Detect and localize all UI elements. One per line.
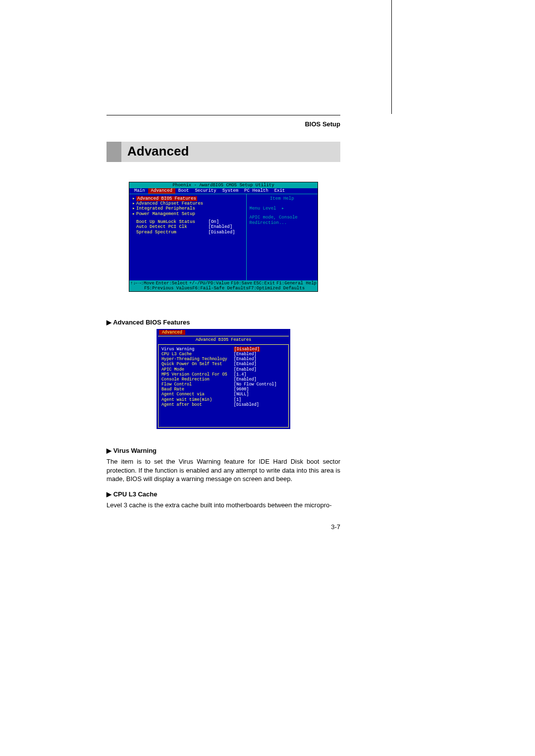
bios-utility-title: Phoenix - AwardBIOS CMOS Setup Utility	[129, 182, 318, 188]
page-title: Advanced	[121, 142, 340, 162]
bios-help-panel: Item Help Menu Level ▸ APIC mode, Consol…	[247, 194, 318, 280]
bios-left-panel: ▸Advanced BIOS Features ▸Advanced Chipse…	[129, 194, 247, 280]
section-heading-l3: ▶ CPU L3 Cache	[107, 490, 340, 498]
page-number: 3-7	[107, 523, 340, 531]
submenu-item[interactable]: ▸Advanced BIOS Features	[132, 196, 243, 201]
l3-cache-text: Level 3 cache is the extra cache built i…	[107, 501, 340, 510]
footer-hint: F10:Save	[231, 281, 252, 286]
footer-hint: ↑↓←→:Move	[130, 281, 155, 286]
content-area: BIOS Setup Advanced Phoenix - AwardBIOS …	[107, 115, 340, 523]
bios-menu-bar[interactable]: Main Advanced Boot Security System PC He…	[129, 188, 318, 193]
footer-hint: ESC:Exit	[254, 281, 275, 286]
bios-body: ▸Advanced BIOS Features ▸Advanced Chipse…	[129, 194, 318, 280]
setting-row[interactable]: MPS Version Control For OS[1.4]	[161, 372, 285, 377]
arrow-right-icon: ▶	[107, 490, 111, 498]
setting-row[interactable]: Boot Up NumLock Status[On]	[132, 219, 243, 224]
bios-sub-body: Virus Warning[Disabled] CPU L3 Cache[Ena…	[158, 345, 289, 428]
footer-hint: F1:General Help	[276, 281, 317, 286]
setting-row[interactable]: Console Redirection[Enabled]	[161, 377, 285, 382]
bios-main-screen: Phoenix - AwardBIOS CMOS Setup Utility M…	[129, 182, 318, 292]
setting-row[interactable]: Quick Power On Self Test[Enabled]	[161, 362, 285, 367]
bios-menu-advanced[interactable]: Advanced	[148, 188, 175, 193]
bios-menu-exit[interactable]: Exit	[271, 188, 288, 193]
footer-hint: F6:Fail-Safe Defaults	[192, 286, 248, 291]
bios-menu-boot[interactable]: Boot	[175, 188, 192, 193]
bios-sub-title: Advanced BIOS Features	[158, 336, 289, 345]
bios-menu-system[interactable]: System	[219, 188, 241, 193]
arrow-right-icon: ▶	[107, 319, 111, 326]
footer-hint: F5:Previous Values	[144, 286, 192, 291]
page: BIOS Setup Advanced Phoenix - AwardBIOS …	[0, 0, 535, 756]
setting-row[interactable]: Auto Detect PCI Clk[Enabled]	[132, 224, 243, 229]
virus-warning-text: The item is to set the Virus Warning fea…	[107, 457, 340, 484]
bios-sub-tabbar: Advanced	[157, 329, 290, 335]
vertical-rule	[391, 0, 392, 114]
section-heading-virus: ▶ Virus Warning	[107, 447, 340, 454]
setting-row[interactable]: Spread Spectrum[Disabled]	[132, 230, 243, 235]
menu-level: Menu Level ▸	[250, 206, 315, 211]
setting-row[interactable]: APIC Mode[Enabled]	[161, 367, 285, 372]
bios-menu-main[interactable]: Main	[131, 188, 148, 193]
horizontal-rule	[107, 115, 340, 115]
help-text: APIC mode, Console Redirection...	[250, 215, 315, 225]
footer-hint: Enter:Select	[156, 281, 188, 286]
setting-row[interactable]: Agent after boot[Disabled]	[161, 402, 285, 407]
chevron-right-icon: ▸	[281, 206, 284, 211]
bios-menu-pchealth[interactable]: PC Health	[241, 188, 271, 193]
setting-row[interactable]: Agent Connect via[NULL]	[161, 392, 285, 397]
setting-row[interactable]: Hyper-Threading Technology[Enabled]	[161, 357, 285, 362]
footer-hint: +/-/PU/PD:Value	[189, 281, 229, 286]
title-accent	[107, 142, 121, 162]
bios-sub-tab[interactable]: Advanced	[159, 330, 185, 335]
setting-row[interactable]: CPU L3 Cache[Enabled]	[161, 352, 285, 357]
bios-sub-screen: Advanced Advanced BIOS Features Virus Wa…	[157, 329, 290, 429]
footer-hint: F7:Optimized Defaults	[249, 286, 305, 291]
help-header: Item Help	[250, 196, 315, 201]
section-title-bar: Advanced	[107, 142, 340, 162]
bios-menu-security[interactable]: Security	[192, 188, 219, 193]
setting-row[interactable]: Baud Rate[9600]	[161, 387, 285, 392]
bios-footer: ↑↓←→:Move Enter:Select +/-/PU/PD:Value F…	[129, 280, 318, 292]
setting-row[interactable]: Virus Warning[Disabled]	[161, 347, 285, 352]
submenu-item[interactable]: ▸Power Management Setup	[132, 212, 243, 216]
arrow-right-icon: ▶	[107, 447, 111, 454]
submenu-item[interactable]: ▸Advanced Chipset Features	[132, 201, 243, 206]
setting-row[interactable]: Agent wait time(min)[1]	[161, 397, 285, 402]
setting-row[interactable]: Flow Control[No Flow Control]	[161, 382, 285, 387]
header-label: BIOS Setup	[107, 120, 340, 128]
submenu-item[interactable]: ▸Integrated Peripherals	[132, 206, 243, 211]
section-heading-adv-bios: ▶ Advanced BIOS Features	[107, 319, 340, 326]
